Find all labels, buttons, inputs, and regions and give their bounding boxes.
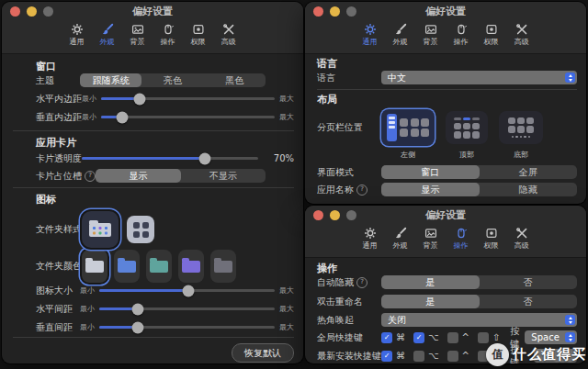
tab-actions[interactable]: 操作 [155, 20, 181, 53]
control-checkbox[interactable] [447, 351, 458, 362]
tools-icon [222, 23, 235, 36]
minimize-button[interactable] [330, 6, 340, 17]
h-spacing-slider: 最小 最大 [80, 304, 294, 314]
slider-track[interactable] [99, 289, 275, 292]
titlebar[interactable]: 偏好设置 [305, 206, 586, 224]
close-button[interactable] [10, 6, 20, 17]
theme-option-light[interactable]: 亮色 [141, 73, 203, 87]
option-checkbox[interactable] [413, 332, 424, 343]
tab-permissions[interactable]: 权限 [479, 224, 504, 257]
tab-appearance[interactable]: 外观 [95, 20, 120, 53]
slider-track[interactable] [99, 308, 275, 310]
slider-thumb[interactable] [199, 152, 211, 164]
slider-max-label: 最大 [279, 322, 294, 332]
folder-color-option-gray[interactable] [210, 250, 236, 283]
preference-tabs: 通用 外观 背景 操作 权限 高级 [305, 20, 586, 53]
tab-appearance[interactable]: 外观 [388, 20, 413, 53]
v-spacing-label: 垂直间距 [36, 321, 80, 334]
app-name-option-hide[interactable]: 隐藏 [480, 183, 578, 196]
tab-background[interactable]: 背景 [418, 20, 444, 53]
folder-color-row: 文件夹颜色 [36, 249, 294, 284]
command-checkbox[interactable] [381, 351, 392, 362]
zoom-button[interactable] [346, 210, 356, 220]
help-icon[interactable]: ? [356, 277, 368, 288]
help-icon[interactable]: ? [85, 171, 96, 182]
language-dropdown[interactable]: 中文 [381, 71, 577, 84]
slider-thumb[interactable] [132, 303, 144, 315]
theme-option-follow-system[interactable]: 跟随系统 [80, 73, 141, 87]
folder-color-option-white[interactable] [82, 250, 107, 283]
slider-track[interactable] [101, 97, 275, 100]
tab-label: 高级 [514, 241, 529, 250]
stepper-icon [565, 332, 575, 342]
control-checkbox[interactable] [447, 332, 458, 343]
shift-checkbox[interactable] [478, 332, 489, 343]
folder-color-option-purple[interactable] [178, 250, 204, 283]
auto-hide-option-no[interactable]: 否 [480, 275, 578, 289]
folder-color-option-blue[interactable] [114, 250, 140, 283]
rename-option-yes[interactable]: 是 [381, 295, 480, 308]
mouse-icon [455, 227, 468, 240]
command-checkbox[interactable] [381, 332, 392, 343]
tabbar-position-option-left[interactable] [381, 109, 435, 146]
auto-hide-option-yes[interactable]: 是 [381, 275, 480, 289]
ui-mode-option-fullscreen[interactable]: 全屏 [480, 165, 578, 179]
slider-thumb[interactable] [133, 93, 145, 105]
tab-background[interactable]: 背景 [125, 20, 151, 53]
bottombar-preview [512, 136, 531, 139]
ui-mode-option-window[interactable]: 窗口 [381, 165, 480, 179]
zoom-button[interactable] [346, 6, 356, 17]
folder-color-option-teal[interactable] [146, 250, 172, 283]
tab-permissions[interactable]: 权限 [186, 20, 211, 53]
tab-actions[interactable]: 操作 [448, 20, 474, 53]
placeholder-option-show[interactable]: 显示 [96, 169, 181, 183]
tab-label: 高级 [514, 38, 529, 46]
install-shortcut-label: 最新安装快捷键 [317, 350, 381, 363]
zoom-button[interactable] [43, 6, 53, 17]
folder-style-option-folder[interactable] [82, 211, 119, 248]
titlebar[interactable]: 偏好设置 [305, 2, 586, 20]
tab-advanced[interactable]: 高级 [509, 20, 535, 53]
tabbar-position-option-top[interactable] [446, 111, 488, 144]
slider-max-label: 最大 [279, 304, 294, 314]
slider-thumb[interactable] [183, 285, 195, 296]
tab-permissions[interactable]: 权限 [479, 20, 504, 53]
theme-option-dark[interactable]: 黑色 [204, 73, 266, 87]
tab-background[interactable]: 背景 [418, 224, 444, 257]
close-button[interactable] [313, 210, 323, 220]
permission-icon [485, 227, 498, 240]
tab-appearance[interactable]: 外观 [388, 224, 413, 257]
tab-general[interactable]: 通用 [64, 20, 90, 53]
language-row: 语言 中文 [317, 71, 577, 84]
tab-actions[interactable]: 操作 [448, 224, 474, 257]
auto-hide-label: 自动隐藏? [317, 276, 381, 289]
tab-general[interactable]: 通用 [357, 20, 383, 53]
window-chrome: 偏好设置 通用 外观 背景 操作 权限 高级 [305, 206, 586, 258]
slider-thumb[interactable] [132, 321, 144, 333]
option-checkbox[interactable] [413, 351, 424, 362]
restore-defaults-button[interactable]: 恢复默认 [232, 343, 294, 363]
tabbar-position-option-bottom[interactable] [499, 111, 543, 144]
rename-option-no[interactable]: 否 [480, 295, 578, 308]
folder-style-option-grid[interactable] [127, 216, 154, 243]
theme-row: 主题 跟随系统 亮色 黑色 [36, 73, 294, 87]
slider-track[interactable] [101, 116, 275, 118]
slider-track[interactable] [82, 157, 258, 160]
app-name-option-show[interactable]: 显示 [381, 183, 480, 196]
h-padding-slider: 最小 最大 [82, 94, 294, 104]
tab-advanced[interactable]: 高级 [509, 224, 535, 257]
placeholder-option-hide[interactable]: 不显示 [181, 169, 266, 183]
folder-app-dots [93, 227, 96, 230]
titlebar[interactable]: 偏好设置 [2, 2, 303, 20]
help-icon[interactable]: ? [356, 184, 368, 196]
close-button[interactable] [313, 6, 323, 17]
tab-advanced[interactable]: 高级 [216, 20, 242, 53]
minimize-button[interactable] [27, 6, 37, 17]
h-spacing-label: 水平间距 [36, 303, 80, 316]
tab-general[interactable]: 通用 [357, 224, 383, 257]
minimize-button[interactable] [330, 210, 340, 220]
slider-thumb[interactable] [116, 111, 128, 123]
theme-label: 主题 [36, 74, 80, 87]
window-general-preferences: 偏好设置 通用 外观 背景 操作 权限 高级 语言 语言 中文 布局 [305, 2, 586, 204]
slider-track[interactable] [99, 326, 275, 329]
